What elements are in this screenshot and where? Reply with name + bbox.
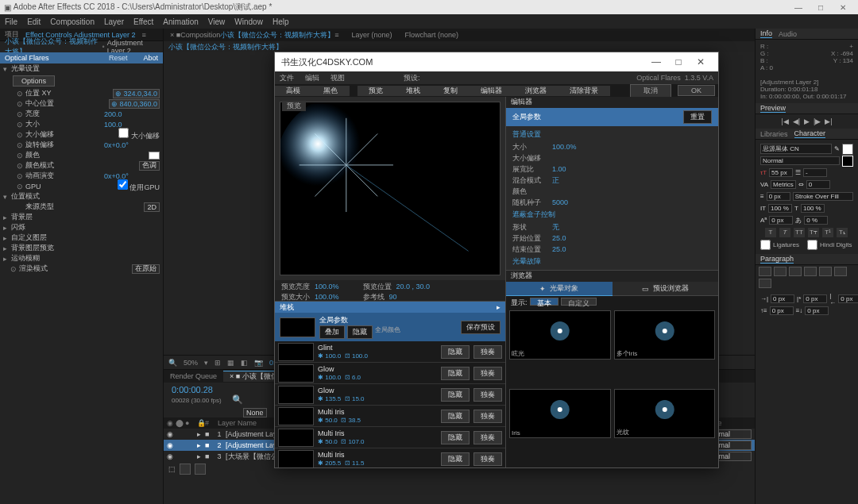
ligatures-checkbox[interactable]: Ligatures (760, 240, 799, 250)
source-type-dropdown[interactable]: 2D (144, 202, 160, 212)
stack-solo-button[interactable]: 独奏 (473, 367, 502, 380)
twirl-icon[interactable]: ▸ (3, 224, 10, 232)
effect-header[interactable]: Optical Flares Reset Abot (0, 52, 163, 63)
stack-thumb[interactable] (278, 407, 314, 425)
justify-full-button[interactable] (759, 279, 771, 288)
stack-item[interactable]: Multi Iris✱ 205.5 ⊡ 11.5隐藏独奏 (275, 448, 505, 467)
stack-solo-button[interactable]: 独奏 (473, 410, 502, 423)
stack-solo-button[interactable]: 独奏 (473, 388, 502, 402)
menu-layer[interactable]: Layer (104, 17, 124, 26)
hindi-digits-checkbox[interactable]: Hindi Digits (807, 240, 852, 250)
visibility-icon[interactable]: ◉ (167, 441, 176, 449)
justify-left-button[interactable] (804, 267, 817, 276)
twirl-icon[interactable]: ▾ (3, 193, 10, 201)
mask-icon[interactable]: ◧ (241, 359, 248, 367)
pf-position-value[interactable]: 20.0 , 30.0 (396, 283, 431, 290)
cancel-button[interactable]: 取消 (630, 84, 671, 98)
tsume-input[interactable]: 0 % (804, 216, 828, 225)
font-size-input[interactable]: 55 px (769, 168, 793, 177)
dlg-menu-edit[interactable]: 编辑 (305, 73, 319, 83)
tab-character[interactable]: Character (794, 129, 826, 138)
stack-brightness[interactable]: 100.0 (325, 374, 341, 381)
stopwatch-icon[interactable]: ⊙ (16, 121, 24, 129)
flowchart-tab[interactable]: Flowchart (none) (399, 29, 466, 41)
prop-dropdown[interactable]: 色调 (139, 161, 160, 171)
space-before-input[interactable]: 0 px (770, 306, 794, 315)
dialog-maximize-button[interactable]: □ (667, 56, 690, 67)
close-button[interactable]: ✕ (832, 3, 854, 12)
snapshot-icon[interactable]: 📷 (254, 359, 263, 367)
menu-view[interactable]: View (208, 17, 226, 26)
justify-right-button[interactable] (834, 267, 847, 276)
group-collapsed[interactable]: 背景图层预览 (10, 243, 160, 253)
stack-scale[interactable]: 6.0 (352, 374, 361, 381)
browser-item[interactable]: 光纹 (614, 389, 716, 438)
pf-size-value[interactable]: 100.0% (315, 293, 339, 301)
next-frame-icon[interactable]: |▶ (814, 117, 821, 125)
indent-first-input[interactable]: 0 px (803, 294, 827, 303)
stopwatch-icon[interactable]: ⊙ (16, 90, 24, 98)
minimize-button[interactable]: — (787, 3, 810, 12)
group-collapsed[interactable]: 自定义图层 (10, 233, 160, 243)
stack-thumb[interactable] (278, 386, 314, 404)
allcaps-button[interactable]: TT (794, 228, 805, 237)
stack-hide-button[interactable]: 隐藏 (441, 410, 470, 423)
stack-scale[interactable]: 11.5 (352, 460, 365, 467)
stack-solo-button[interactable]: 独奏 (473, 452, 502, 466)
align-right-button[interactable] (789, 267, 802, 276)
twirl-icon[interactable]: ▾ (3, 65, 10, 73)
stack-item[interactable]: Multi Iris✱ 50.0 ⊡ 38.5隐藏独奏 (275, 406, 505, 427)
visibility-icon[interactable]: ◉ (167, 452, 176, 460)
twirl-icon[interactable]: ▸ (3, 255, 10, 263)
group-collapsed[interactable]: 运动模糊 (10, 253, 160, 264)
section-common[interactable]: 普通设置 (512, 128, 712, 141)
tab-copy[interactable]: 复制 (432, 86, 470, 96)
space-after-input[interactable]: 0 px (805, 306, 829, 315)
stopwatch-icon[interactable]: ⊙ (10, 265, 17, 273)
stopwatch-icon[interactable]: ⊙ (16, 131, 24, 139)
prop-value[interactable]: ⊕ 840.0,360.0 (109, 99, 160, 109)
tab-libraries[interactable]: Libraries (760, 130, 788, 138)
stack-brightness[interactable]: 100.0 (325, 352, 341, 360)
stack-scale[interactable]: 38.5 (348, 417, 361, 424)
stack-brightness[interactable]: 50.0 (325, 438, 338, 445)
tab-browser[interactable]: 浏览器 (514, 86, 558, 96)
param-value[interactable]: 25.0 (552, 245, 566, 253)
stack-brightness[interactable]: 205.5 (325, 460, 341, 467)
group-collapsed[interactable]: 背景层 (10, 212, 160, 222)
baseline-input[interactable]: 0 px (769, 216, 793, 225)
stack-thumb[interactable] (278, 429, 314, 447)
superscript-button[interactable]: T¹ (822, 228, 833, 237)
align-left-button[interactable] (759, 267, 771, 276)
stack-brightness[interactable]: 135.5 (325, 395, 341, 402)
hide-button[interactable]: 隐藏 (347, 325, 373, 339)
tab-render-queue[interactable]: Render Queue (164, 372, 223, 380)
grid-icon[interactable]: ▦ (227, 359, 234, 367)
stack-item[interactable]: Glint✱ 100.0 ⊡ 100.0隐藏独奏 (275, 341, 505, 363)
stack-hide-button[interactable]: 隐藏 (441, 367, 470, 380)
section-matte[interactable]: 遮蔽盒子控制 (512, 208, 712, 221)
editor-reset-button[interactable]: 重置 (683, 110, 712, 124)
dlg-menu-view[interactable]: 视图 (330, 73, 345, 83)
magnify-icon[interactable]: 🔍 (168, 359, 177, 367)
render-mode-dropdown[interactable]: 在原始 (132, 264, 160, 274)
search-icon[interactable]: 🔍 (232, 394, 243, 404)
timecode[interactable]: 0:00:00.28 (172, 385, 213, 394)
stopwatch-icon[interactable]: ⊙ (16, 183, 24, 190)
stack-hide-button[interactable]: 隐藏 (441, 452, 470, 466)
kerning-dropdown[interactable]: Metrics (771, 180, 796, 189)
prop-value[interactable]: ⊕ 324.0,34.0 (113, 89, 160, 98)
global-thumb[interactable] (280, 317, 315, 337)
first-frame-icon[interactable]: |◀ (781, 117, 788, 125)
stack-solo-button[interactable]: 独奏 (473, 345, 502, 359)
menu-animation[interactable]: Animation (163, 17, 198, 26)
zoom-dropdown[interactable]: 50% (184, 359, 198, 367)
prop-value[interactable]: 0x+0.0° (104, 141, 160, 149)
tab-preview[interactable]: Preview (760, 104, 786, 113)
group-collapsed[interactable]: 闪烁 (10, 222, 160, 233)
filter-custom[interactable]: 自定义 (561, 298, 597, 306)
add-button[interactable]: 叠加 (319, 325, 345, 339)
stack-item[interactable]: Multi Iris✱ 50.0 ⊡ 107.0隐藏独奏 (275, 427, 505, 448)
filter-basic[interactable]: 基本 (530, 298, 558, 306)
twirl-icon[interactable]: ▸ (3, 244, 10, 252)
